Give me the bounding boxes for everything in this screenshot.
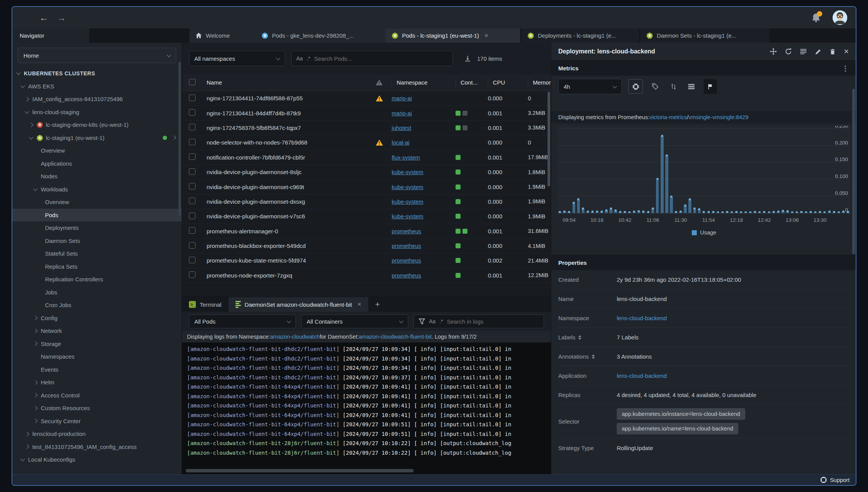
table-row[interactable]: nvidia-device-plugin-daemonset-c969t kub… — [182, 180, 551, 194]
sidebar-item-helm[interactable]: Helm — [12, 376, 182, 389]
flag-icon[interactable] — [704, 79, 717, 94]
namespace-link[interactable]: kube-system — [392, 169, 423, 175]
avatar[interactable] — [833, 10, 847, 25]
row-checkbox[interactable] — [189, 271, 195, 278]
context-select[interactable]: Home — [18, 48, 176, 63]
table-row[interactable]: nginx-1721304411-74df86f588-87p55 mario-… — [182, 91, 551, 106]
namespace-link[interactable]: juhotest — [392, 125, 411, 131]
match-case-icon[interactable]: Aa — [429, 318, 436, 324]
column-cpu[interactable]: CPU — [488, 78, 528, 87]
table-row[interactable]: nginx-1721304411-84d4ff7d4b-87tk9 mario-… — [182, 106, 551, 120]
link[interactable]: amazon-cloudwatch-fluent-bit — [359, 334, 432, 340]
sidebar-item-storage[interactable]: Storage — [12, 337, 182, 351]
namespace-link[interactable]: prometheus — [392, 228, 421, 234]
link[interactable]: amazon-cloudwatch — [270, 334, 320, 340]
sidebar-item-security-center[interactable]: Security Center — [12, 415, 182, 428]
selector-pill[interactable]: app.kubernetes.io/instance=lens-cloud-ba… — [617, 408, 745, 420]
sidebar-item-lc-staging1-eu-west-1-[interactable]: lc-staging1 (eu-west-1) — [12, 131, 182, 145]
table-row[interactable]: nvidia-device-plugin-daemonset-8sljc kub… — [182, 165, 551, 180]
table-row[interactable]: prometheus-alertmanager-0 prometheus 0.0… — [182, 224, 551, 239]
column-namespace[interactable]: Namespace — [392, 78, 456, 87]
sidebar-item-network[interactable]: Network — [12, 324, 182, 337]
sidebar-item-overview[interactable]: Overview — [12, 196, 182, 209]
sort-icon[interactable] — [578, 335, 581, 340]
namespace-link[interactable]: local-ai — [392, 140, 409, 146]
row-checkbox[interactable] — [189, 95, 195, 101]
new-dock-tab-button[interactable]: + — [368, 297, 387, 312]
sidebar-item-lc-staging-demo-k8s-eu-west-1-[interactable]: lc-staging-demo-k8s (eu-west-1) — [12, 118, 182, 131]
row-checkbox[interactable] — [189, 153, 195, 160]
row-checkbox[interactable] — [189, 183, 195, 189]
sort-arrows-icon[interactable] — [668, 83, 679, 90]
sidebar-item-custom-resources[interactable]: Custom Resources — [12, 402, 182, 415]
refresh-icon[interactable] — [785, 48, 792, 55]
namespace-link[interactable]: prometheus — [392, 273, 421, 279]
download-icon[interactable] — [464, 55, 471, 62]
filter-funnel-icon[interactable] — [419, 318, 425, 325]
namespace-link[interactable]: mario-ai — [392, 110, 412, 116]
sidebar-item-iam-config-access-841310725496[interactable]: IAM_config_access-841310725496 — [12, 93, 182, 106]
chart-legend[interactable]: Usage — [558, 226, 850, 239]
time-range-select[interactable]: 4h — [558, 79, 622, 94]
sidebar-item-aws-eks[interactable]: AWS EKS — [12, 80, 182, 93]
sidebar-item-lenscloud-production[interactable]: lenscloud-production — [12, 427, 182, 440]
close-icon[interactable]: × — [357, 301, 361, 308]
sidebar-item-cron-jobs[interactable]: Cron Jobs — [12, 299, 182, 312]
table-row[interactable]: nginx-1724758378-5fb6f5847c-tqpx7 juhote… — [182, 121, 551, 135]
dock-tab-terminal[interactable]: >_ Terminal — [182, 297, 229, 312]
sidebar-item-stateful-sets[interactable]: Stateful Sets — [12, 247, 182, 260]
row-checkbox[interactable] — [189, 227, 195, 234]
tab-1[interactable]: Pods - gke_lens-dev-298208_... — [255, 28, 386, 43]
logs-search-input[interactable] — [447, 318, 539, 325]
table-row[interactable]: prometheus-kube-state-metrics-5fd974 pro… — [182, 253, 551, 268]
kebab-menu-icon[interactable]: ⋮ — [842, 64, 849, 73]
row-checkbox[interactable] — [189, 109, 195, 116]
sidebar-item-kubernetes-clusters[interactable]: KUBERNETES CLUSTERS — [12, 67, 182, 80]
row-checkbox[interactable] — [189, 242, 195, 249]
menu-lines-icon[interactable] — [800, 48, 807, 55]
support-button[interactable]: Support — [830, 477, 850, 483]
sidebar-item-access-control[interactable]: Access Control — [12, 389, 182, 402]
trash-icon[interactable] — [830, 48, 836, 55]
row-checkbox[interactable] — [189, 213, 195, 219]
tab-0[interactable]: Welcome — [189, 28, 255, 43]
table-scrollbar[interactable] — [548, 92, 550, 186]
column-memory[interactable]: Memory — [528, 78, 551, 87]
sidebar-item-overview[interactable]: Overview — [12, 144, 182, 157]
row-checkbox[interactable] — [189, 124, 195, 130]
log-lines[interactable]: [amazon-cloudwatch-fluent-bit-dhdc2/flue… — [182, 342, 551, 467]
namespace-link[interactable]: kube-system — [392, 199, 423, 205]
table-row[interactable]: nvidia-device-plugin-daemonset-dxsxg kub… — [182, 194, 551, 209]
row-checkbox[interactable] — [189, 168, 195, 175]
move-icon[interactable] — [770, 48, 777, 55]
namespace-select[interactable]: All namespaces — [189, 51, 285, 66]
forward-arrow-icon[interactable]: → — [57, 13, 66, 22]
sidebar-item-config[interactable]: Config — [12, 312, 182, 325]
property-value[interactable]: lens-cloud-backend — [617, 315, 667, 321]
sidebar-scrollbar[interactable] — [179, 62, 181, 216]
containers-filter-select[interactable]: All Containers — [301, 314, 408, 328]
close-icon[interactable]: × — [844, 47, 849, 57]
link[interactable]: vmsingle-vmsingle:8429 — [688, 114, 748, 120]
namespace-link[interactable]: mario-ai — [392, 95, 412, 101]
sidebar-item-test-841310725496-iam-config-access[interactable]: test_841310725496_IAM_config_access — [12, 440, 182, 454]
column-warning[interactable] — [376, 79, 392, 86]
namespace-link[interactable]: prometheus — [392, 258, 421, 264]
pods-filter-select[interactable]: All Pods — [189, 314, 296, 328]
column-name[interactable]: Name — [207, 79, 376, 86]
sidebar-item-nodes[interactable]: Nodes — [12, 170, 182, 183]
sidebar-item-events[interactable]: Events — [12, 363, 182, 376]
sidebar-item-daemon-sets[interactable]: Daemon Sets — [12, 234, 182, 248]
namespace-link[interactable]: kube-system — [392, 184, 423, 190]
select-all-checkbox[interactable] — [189, 79, 195, 85]
sidebar-item-workloads[interactable]: Workloads — [12, 183, 182, 196]
column-containers[interactable]: Cont... — [456, 78, 488, 87]
link[interactable]: victoria-metrics — [649, 114, 687, 120]
sidebar-item-jobs[interactable]: Jobs — [12, 286, 182, 299]
table-row[interactable]: prometheus-node-exporter-7zgxq prometheu… — [182, 268, 551, 283]
panel-scrollbar[interactable] — [852, 89, 855, 254]
regex-icon[interactable]: .* — [307, 55, 310, 62]
sidebar-item-pods[interactable]: Pods — [12, 209, 182, 222]
pods-search-input[interactable] — [314, 55, 448, 62]
tab-2[interactable]: Pods - lc-staging1 (eu-west-1) × — [386, 28, 520, 43]
